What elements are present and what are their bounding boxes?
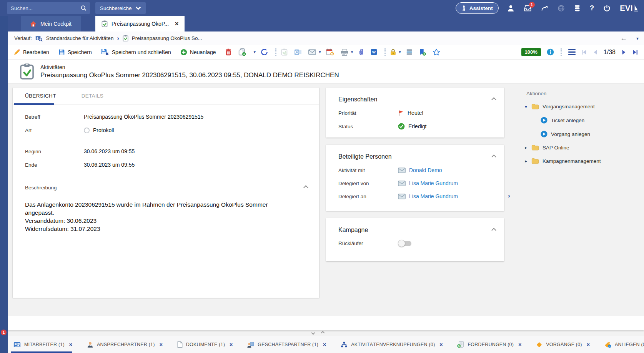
search-areas-button[interactable]: Suchbereiche — [95, 2, 146, 14]
mail-icon[interactable] — [398, 194, 406, 199]
last-page-icon[interactable] — [632, 50, 638, 55]
tab-preisanpassung[interactable]: Preisanpassung ÖkoP... × — [95, 16, 185, 31]
activity-icon-disabled[interactable] — [281, 48, 288, 56]
mail-icon[interactable] — [398, 181, 406, 186]
next-page-icon[interactable] — [621, 50, 627, 55]
collapse-chevron-icon[interactable] — [303, 185, 308, 190]
tab-details[interactable]: DETAILS — [82, 93, 103, 99]
email-icon[interactable] — [308, 49, 316, 55]
close-icon[interactable]: × — [518, 341, 521, 348]
tab-ansprechpartner[interactable]: ANSPRECHPARTNER (1) × — [80, 341, 170, 348]
search-input[interactable] — [11, 5, 80, 11]
tree-collapsed-icon[interactable]: ▸ — [524, 145, 528, 150]
globe-icon[interactable] — [557, 5, 565, 12]
save-button[interactable]: Speichern — [58, 49, 92, 55]
ruecklaeufer-toggle[interactable] — [399, 241, 411, 246]
history-back-icon[interactable]: ← — [620, 34, 627, 42]
lock-dropdown-icon[interactable]: ▾ — [399, 50, 401, 55]
collapse-chevron-icon[interactable] — [491, 97, 496, 102]
copy-record-icon[interactable] — [238, 48, 246, 56]
close-icon[interactable]: × — [323, 341, 326, 348]
tree-label: Ticket anlegen — [551, 118, 584, 123]
help-icon[interactable]: ? — [590, 4, 594, 12]
field-value[interactable]: 30.06.2023 um 09:55 — [84, 162, 135, 168]
copy-dropdown-icon[interactable]: ▾ — [254, 50, 256, 55]
field-value[interactable]: 30.06.2023 um 09:55 — [84, 148, 135, 154]
info-icon[interactable] — [547, 48, 554, 56]
attachment-icon[interactable] — [358, 48, 364, 56]
tab-foerderungen[interactable]: $ FÖRDERUNGEN (0) × — [450, 341, 529, 348]
panel-title: Eigenschaften — [338, 96, 377, 103]
folder-icon — [531, 144, 539, 151]
splitter-down-icon[interactable] — [311, 331, 315, 335]
power-icon[interactable] — [603, 5, 611, 12]
tree-collapsed-icon[interactable]: ▸ — [524, 159, 528, 164]
tab-aktivitaetenverknuepfungen[interactable]: AKTIVITÄTENVERKNÜPFUNGEN (0) × — [333, 341, 450, 348]
database-icon[interactable] — [574, 5, 581, 12]
tab-geschaeftspartner[interactable]: GESCHÄFTSPARTNER (1) × — [240, 341, 333, 348]
protokoll-radio[interactable] — [84, 128, 90, 133]
history-dropdown-icon[interactable]: ▾ — [636, 36, 639, 41]
topbar-icon-group: 1 ? EVI — [507, 4, 639, 13]
description-text[interactable]: Das Anlagenkonto 202306291515 wurde im R… — [13, 201, 293, 233]
tree-folder-vorgangsmanagement[interactable]: ▾ Vorgangsmanagement — [524, 103, 644, 110]
record-titles: Aktivitäten Preisanpassung ÖkoPlus Somme… — [40, 64, 339, 79]
tree-expanded-icon[interactable]: ▾ — [524, 104, 528, 109]
inbox-icon[interactable]: 1 — [524, 5, 532, 12]
refresh-icon[interactable] — [261, 48, 268, 56]
sidebar-expand-icon[interactable]: › — [508, 192, 510, 200]
save-and-close-button[interactable]: Speichern und schließen — [101, 48, 171, 56]
assistant-button[interactable]: Assistent — [456, 2, 499, 14]
dataset-icon[interactable] — [406, 49, 413, 55]
person-link[interactable]: Lisa Marie Gundrum — [409, 180, 458, 186]
person-link[interactable]: Lisa Marie Gundrum — [409, 193, 458, 199]
previous-page-icon[interactable] — [592, 50, 598, 55]
collapse-chevron-icon[interactable] — [491, 154, 496, 159]
tree-action-ticket-anlegen[interactable]: Ticket anlegen — [541, 117, 644, 124]
close-icon[interactable]: × — [175, 20, 178, 27]
tab-mitarbeiter[interactable]: MITARBEITER (1) × — [13, 341, 80, 348]
tree-folder-kampagnenmanagement[interactable]: ▸ Kampagnenmanagement — [524, 158, 644, 164]
tab-vorgaenge[interactable]: VORGÄNGE (0) × — [529, 341, 597, 348]
tab-mein-cockpit[interactable]: Mein Cockpit — [21, 16, 81, 31]
email-dropdown-icon[interactable]: ▾ — [319, 50, 321, 55]
close-icon[interactable]: × — [230, 341, 233, 348]
user-icon[interactable] — [507, 5, 514, 12]
search-icon[interactable] — [80, 5, 87, 12]
tab-anliegen[interactable]: ? ANLIEGEN (0) × — [597, 341, 644, 348]
close-icon[interactable]: × — [160, 341, 163, 348]
lock-icon[interactable] — [390, 49, 396, 56]
person-link[interactable]: Donald Demo — [409, 167, 442, 173]
splitter-up-icon[interactable] — [321, 331, 325, 335]
bookmark-add-icon[interactable] — [419, 48, 426, 56]
appointment-reminder-icon[interactable] — [326, 48, 334, 56]
delete-icon[interactable] — [225, 48, 231, 56]
tree-action-vorgang-anlegen[interactable]: Vorgang anlegen — [541, 131, 644, 138]
field-value[interactable]: Preisanpassung ÖkoPlus Sommer 2023062915… — [84, 114, 203, 120]
global-search[interactable] — [7, 2, 90, 14]
print-dropdown-icon[interactable]: ▾ — [351, 50, 353, 55]
print-icon[interactable] — [341, 49, 348, 56]
favorite-star-icon[interactable] — [433, 48, 440, 56]
menu-icon[interactable] — [568, 49, 576, 55]
mail-icon[interactable] — [398, 167, 406, 173]
row-delegiert-von: Delegiert von Lisa Marie Gundrum — [326, 180, 504, 186]
pencil-icon — [13, 49, 20, 56]
redo-arrow-icon[interactable] — [541, 5, 548, 12]
breadcrumb-item-2[interactable]: Preisanpassung ÖkoPlus So... — [132, 35, 202, 41]
collapse-chevron-icon[interactable] — [491, 228, 496, 233]
close-icon[interactable]: × — [69, 341, 72, 348]
edit-button[interactable]: Bearbeiten — [13, 49, 49, 56]
tab-dokumente[interactable]: DOKUMENTE (1) × — [170, 341, 240, 348]
breadcrumb-item-1[interactable]: Standardsuche für Aktivitäten — [46, 35, 114, 41]
close-icon[interactable]: × — [439, 341, 443, 348]
tab-uebersicht[interactable]: ÜBERSICHT — [25, 93, 56, 99]
tree-folder-sap-online[interactable]: ▸ SAP Online — [524, 144, 644, 151]
folder-icon — [531, 158, 539, 164]
close-icon[interactable]: × — [587, 341, 590, 348]
first-page-icon[interactable] — [581, 50, 587, 55]
word-document-icon[interactable]: W — [371, 49, 377, 55]
new-record-button[interactable]: Neuanlage — [180, 49, 216, 56]
breadcrumb-right: ← ▾ — [620, 34, 639, 42]
outlook-icon-disabled[interactable] — [294, 49, 302, 56]
